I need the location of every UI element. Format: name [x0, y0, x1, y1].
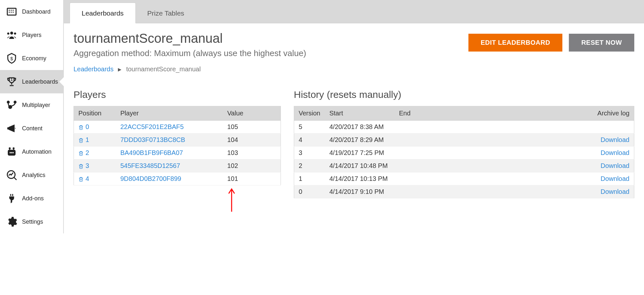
value-cell: 102: [223, 159, 281, 172]
svg-point-18: [13, 152, 14, 153]
sidebar-item-economy[interactable]: $ Economy: [0, 47, 63, 70]
archive-cell: Download: [464, 172, 634, 185]
breadcrumb-current: tournamentScore_manual: [126, 65, 201, 73]
svg-text:$: $: [10, 56, 13, 61]
start-cell: 4/20/2017 8:38 AM: [325, 121, 395, 134]
player-link[interactable]: 22ACC5F201E2BAF5: [121, 123, 184, 130]
archive-cell: Download: [464, 185, 634, 198]
version-cell: 3: [294, 147, 325, 159]
sidebar-item-multiplayer[interactable]: Multiplayer: [0, 93, 63, 117]
sidebar-item-label: Multiplayer: [22, 102, 50, 109]
plug-icon: [5, 192, 18, 205]
end-cell: [395, 159, 464, 172]
table-row: 14/14/2017 10:13 PMDownload: [294, 172, 634, 185]
position-link[interactable]: 2: [86, 149, 89, 156]
svg-point-17: [11, 152, 12, 153]
history-table: Version Start End Archive log 54/20/2017…: [294, 106, 634, 198]
trash-icon[interactable]: [78, 138, 84, 143]
page-title: tournamentScore_manual: [74, 31, 468, 46]
table-row: 2BA490B1FB9F6BA07103: [74, 147, 281, 159]
player-link[interactable]: 7DDD03F0713BC8CB: [121, 136, 185, 143]
gear-icon: [5, 215, 18, 228]
download-link[interactable]: Download: [601, 188, 629, 195]
history-panel: History (resets manually) Version Start …: [294, 89, 634, 198]
players-panel-title: Players: [74, 89, 281, 100]
version-cell: 1: [294, 172, 325, 185]
svg-line-24: [14, 178, 17, 180]
sidebar-item-label: Automation: [22, 148, 52, 155]
col-end: End: [395, 106, 464, 121]
archive-cell: Download: [464, 134, 634, 147]
table-row: 04/14/2017 9:10 PMDownload: [294, 185, 634, 198]
col-version: Version: [294, 106, 325, 121]
players-icon: [5, 29, 18, 41]
sidebar-item-label: Analytics: [22, 172, 45, 179]
robot-icon: [5, 145, 18, 158]
download-link[interactable]: Download: [601, 149, 629, 156]
archive-cell: Download: [464, 147, 634, 159]
player-link[interactable]: 545FE33485D12567: [121, 162, 180, 169]
svg-point-22: [13, 148, 14, 149]
position-link[interactable]: 4: [86, 175, 89, 182]
download-link[interactable]: Download: [601, 136, 629, 143]
sidebar-item-players[interactable]: Players: [0, 23, 63, 47]
sidebar-item-label: Economy: [22, 55, 46, 62]
sidebar-item-content[interactable]: Content: [0, 117, 63, 140]
tab-prize-tables[interactable]: Prize Tables: [136, 3, 196, 23]
player-link[interactable]: BA490B1FB9F6BA07: [121, 149, 183, 156]
sidebar-item-leaderboards[interactable]: 1 Leaderboards: [0, 70, 63, 93]
col-value: Value: [223, 106, 281, 121]
player-link[interactable]: 9D804D0B2700F899: [121, 175, 181, 182]
history-panel-title: History (resets manually): [294, 89, 634, 100]
download-link[interactable]: Download: [601, 175, 629, 182]
end-cell: [395, 172, 464, 185]
sidebar-item-label: Content: [22, 125, 42, 132]
version-cell: 2: [294, 159, 325, 172]
multiplayer-icon: [5, 99, 18, 112]
archive-cell: [464, 121, 634, 134]
trash-icon[interactable]: [78, 151, 84, 156]
version-cell: 0: [294, 185, 325, 198]
breadcrumb-separator-icon: ▶: [118, 67, 121, 72]
value-cell: 104: [223, 134, 281, 147]
svg-point-16: [10, 152, 11, 153]
sidebar-item-label: Settings: [22, 218, 43, 225]
svg-point-9: [14, 32, 16, 35]
value-cell: 101: [223, 172, 281, 185]
position-link[interactable]: 1: [86, 136, 89, 143]
sidebar-item-label: Dashboard: [22, 8, 51, 15]
svg-point-21: [9, 148, 10, 149]
breadcrumb-root-link[interactable]: Leaderboards: [74, 65, 113, 73]
table-row: 17DDD03F0713BC8CB104: [74, 134, 281, 147]
sidebar-item-label: Leaderboards: [22, 78, 58, 85]
table-row: 49D804D0B2700F899101: [74, 172, 281, 185]
analytics-icon: [5, 169, 18, 182]
sidebar-item-addons[interactable]: Add-ons: [0, 187, 63, 210]
position-link[interactable]: 3: [86, 162, 89, 169]
edit-leaderboard-button[interactable]: EDIT LEADERBOARD: [468, 34, 563, 52]
trash-icon[interactable]: [78, 125, 84, 130]
tab-leaderboards[interactable]: Leaderboards: [70, 3, 136, 23]
end-cell: [395, 185, 464, 198]
table-row: 022ACC5F201E2BAF5105: [74, 121, 281, 134]
version-cell: 4: [294, 134, 325, 147]
main-content: Leaderboards Prize Tables tournamentScor…: [64, 0, 644, 233]
table-row: 3545FE33485D12567102: [74, 159, 281, 172]
position-link[interactable]: 0: [86, 123, 89, 130]
download-link[interactable]: Download: [601, 162, 629, 169]
sidebar-item-settings[interactable]: Settings: [0, 210, 63, 233]
sidebar-item-automation[interactable]: Automation: [0, 140, 63, 163]
start-cell: 4/14/2017 9:10 PM: [325, 185, 395, 198]
players-table: Position Player Value 022ACC5F201E2BAF51…: [74, 106, 281, 185]
trash-icon[interactable]: [78, 164, 84, 169]
trash-icon[interactable]: [78, 177, 84, 182]
col-position: Position: [74, 106, 116, 121]
start-cell: 4/14/2017 10:48 PM: [325, 159, 395, 172]
start-cell: 4/14/2017 10:13 PM: [325, 172, 395, 185]
table-row: 24/14/2017 10:48 PMDownload: [294, 159, 634, 172]
sidebar-item-analytics[interactable]: Analytics: [0, 163, 63, 187]
dashboard-icon: [5, 5, 18, 18]
economy-icon: $: [5, 52, 18, 65]
reset-now-button[interactable]: RESET NOW: [569, 34, 634, 52]
sidebar-item-dashboard[interactable]: Dashboard: [0, 0, 63, 23]
